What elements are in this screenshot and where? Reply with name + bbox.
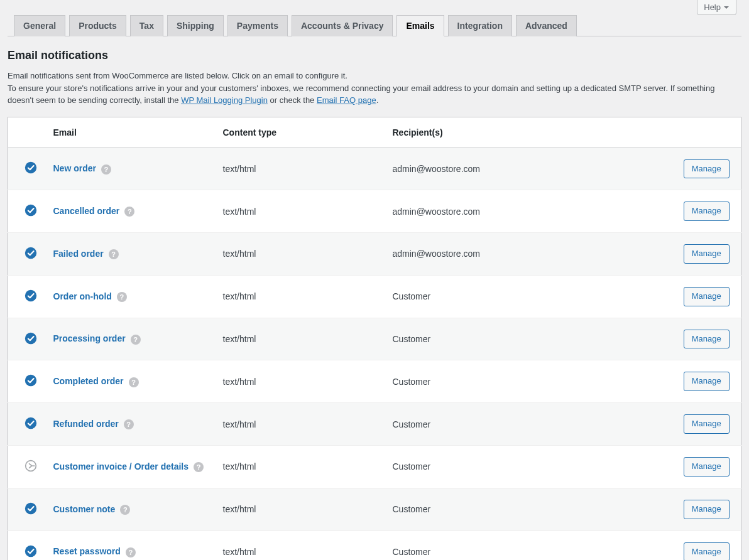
tab-advanced[interactable]: Advanced bbox=[516, 15, 577, 36]
svg-point-3 bbox=[25, 290, 36, 301]
manage-button[interactable]: Manage bbox=[684, 372, 730, 391]
th-content-type: Content type bbox=[216, 117, 385, 148]
tab-products[interactable]: Products bbox=[69, 15, 126, 36]
status-cell bbox=[8, 148, 46, 190]
table-row: Cancelled order?text/htmladmin@woostore.… bbox=[8, 190, 741, 233]
email-link[interactable]: Customer note bbox=[53, 504, 116, 514]
help-tip-icon[interactable]: ? bbox=[124, 419, 134, 429]
help-tab[interactable]: Help bbox=[697, 0, 736, 15]
email-link[interactable]: Processing order bbox=[53, 333, 126, 343]
email-link[interactable]: New order bbox=[53, 163, 96, 173]
manage-button[interactable]: Manage bbox=[684, 500, 730, 519]
manage-button[interactable]: Manage bbox=[684, 202, 730, 221]
tab-emails[interactable]: Emails bbox=[396, 15, 444, 36]
svg-point-6 bbox=[25, 417, 36, 429]
manage-button[interactable]: Manage bbox=[684, 244, 730, 264]
recipient-cell: admin@woostore.com bbox=[385, 190, 672, 233]
actions-cell: Manage bbox=[672, 403, 741, 446]
check-circle-icon bbox=[25, 332, 37, 345]
check-circle-icon bbox=[25, 545, 37, 557]
content-type-cell: text/html bbox=[216, 403, 385, 446]
table-row: Customer note?text/htmlCustomerManage bbox=[8, 488, 741, 530]
email-link[interactable]: Customer invoice / Order details bbox=[53, 461, 189, 471]
tab-general[interactable]: General bbox=[14, 15, 65, 36]
manage-button[interactable]: Manage bbox=[684, 457, 730, 477]
recipient-cell: Customer bbox=[385, 318, 672, 360]
svg-point-0 bbox=[25, 162, 36, 173]
description: Email notifications sent from WooCommerc… bbox=[8, 70, 741, 107]
recipient-cell: Customer bbox=[385, 446, 672, 488]
tab-integration[interactable]: Integration bbox=[448, 15, 512, 36]
content-type-cell: text/html bbox=[216, 318, 385, 360]
check-circle-icon bbox=[25, 502, 37, 515]
help-tip-icon[interactable]: ? bbox=[117, 292, 127, 302]
check-circle-icon bbox=[25, 204, 37, 217]
svg-point-8 bbox=[25, 503, 36, 514]
email-cell: Cancelled order? bbox=[46, 190, 216, 233]
manage-button[interactable]: Manage bbox=[684, 414, 730, 434]
help-tip-icon[interactable]: ? bbox=[194, 462, 204, 472]
recipient-cell: Customer bbox=[385, 403, 672, 446]
tab-accounts-privacy[interactable]: Accounts & Privacy bbox=[292, 15, 393, 36]
manage-button[interactable]: Manage bbox=[684, 159, 730, 179]
help-tip-icon[interactable]: ? bbox=[109, 249, 119, 259]
tab-shipping[interactable]: Shipping bbox=[167, 15, 224, 36]
manage-button[interactable]: Manage bbox=[684, 542, 730, 560]
help-tip-icon[interactable]: ? bbox=[120, 505, 130, 515]
tabs: GeneralProductsTaxShippingPaymentsAccoun… bbox=[8, 15, 741, 36]
actions-cell: Manage bbox=[672, 360, 741, 403]
table-row: Processing order?text/htmlCustomerManage bbox=[8, 318, 741, 360]
table-row: Refunded order?text/htmlCustomerManage bbox=[8, 403, 741, 446]
email-link[interactable]: Failed order bbox=[53, 249, 104, 259]
email-link[interactable]: Completed order bbox=[53, 376, 124, 386]
status-cell bbox=[8, 488, 46, 530]
help-tip-icon[interactable]: ? bbox=[101, 164, 111, 175]
help-tip-icon[interactable]: ? bbox=[131, 335, 141, 345]
email-link[interactable]: Order on-hold bbox=[53, 291, 112, 301]
actions-cell: Manage bbox=[672, 318, 741, 360]
email-link[interactable]: Refunded order bbox=[53, 419, 119, 429]
content-type-cell: text/html bbox=[216, 360, 385, 403]
svg-point-5 bbox=[25, 375, 36, 386]
table-row: Failed order?text/htmladmin@woostore.com… bbox=[8, 233, 741, 276]
help-tab-label: Help bbox=[704, 3, 721, 12]
status-cell bbox=[8, 403, 46, 446]
email-cell: Failed order? bbox=[46, 233, 216, 276]
description-line2b: or check the bbox=[268, 95, 317, 105]
description-line1: Email notifications sent from WooCommerc… bbox=[8, 71, 347, 80]
email-link[interactable]: Reset password bbox=[53, 546, 121, 556]
email-cell: Customer note? bbox=[46, 488, 216, 530]
recipient-cell: admin@woostore.com bbox=[385, 148, 672, 190]
email-faq-link[interactable]: Email FAQ page bbox=[317, 95, 376, 105]
page-title: Email notifications bbox=[8, 49, 741, 62]
status-cell bbox=[8, 360, 46, 403]
actions-cell: Manage bbox=[672, 488, 741, 530]
manage-button[interactable]: Manage bbox=[684, 330, 730, 349]
table-row: Order on-hold?text/htmlCustomerManage bbox=[8, 275, 741, 318]
email-cell: Refunded order? bbox=[46, 403, 216, 446]
content-type-cell: text/html bbox=[216, 446, 385, 488]
recipient-cell: Customer bbox=[385, 360, 672, 403]
status-cell bbox=[8, 530, 46, 560]
actions-cell: Manage bbox=[672, 190, 741, 233]
content-type-cell: text/html bbox=[216, 233, 385, 276]
status-cell bbox=[8, 318, 46, 360]
svg-point-9 bbox=[25, 545, 36, 556]
tab-payments[interactable]: Payments bbox=[227, 15, 288, 36]
help-tip-icon[interactable]: ? bbox=[124, 207, 134, 217]
email-link[interactable]: Cancelled order bbox=[53, 206, 120, 216]
manage-button[interactable]: Manage bbox=[684, 287, 730, 306]
arrow-circle-icon bbox=[25, 460, 37, 472]
help-tip-icon[interactable]: ? bbox=[126, 547, 136, 557]
status-cell bbox=[8, 446, 46, 488]
check-circle-icon bbox=[25, 289, 37, 302]
description-line2c: . bbox=[376, 95, 379, 105]
actions-cell: Manage bbox=[672, 275, 741, 318]
check-circle-icon bbox=[25, 247, 37, 259]
email-cell: Order on-hold? bbox=[46, 275, 216, 318]
wp-mail-logging-link[interactable]: WP Mail Logging Plugin bbox=[181, 95, 268, 105]
th-email: Email bbox=[46, 117, 216, 148]
recipient-cell: Customer bbox=[385, 275, 672, 318]
tab-tax[interactable]: Tax bbox=[130, 15, 163, 36]
help-tip-icon[interactable]: ? bbox=[129, 377, 139, 387]
